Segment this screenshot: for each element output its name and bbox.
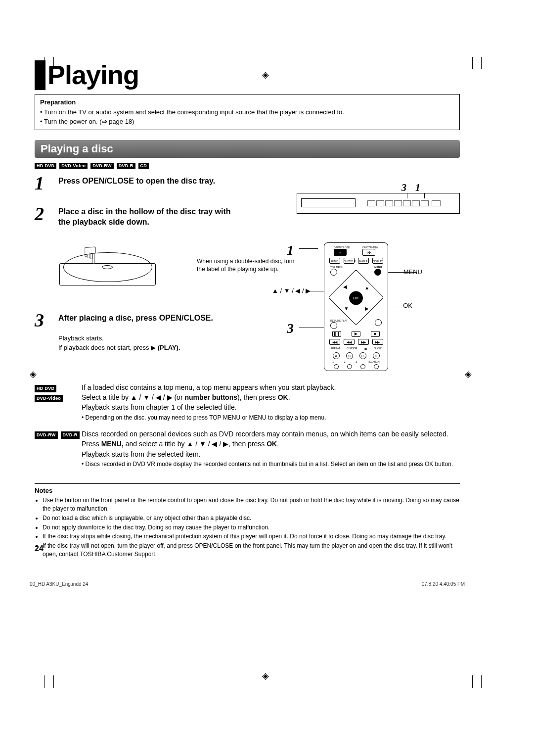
arrow-ref-icon: ⇨ (102, 118, 107, 125)
rm-tsearch (374, 364, 379, 369)
info1-l2a: Select a title by ▲ / ▼ / ◀ / ▶ (or (82, 393, 184, 401)
page-title: Playing (35, 59, 460, 90)
prep-bullet-2b: page 18) (107, 118, 134, 125)
note-4: If the disc tray stops while closing, th… (43, 532, 460, 541)
page-number: 24 (35, 544, 44, 553)
rm-resume (330, 322, 337, 329)
footer-right: 07.8.20 4:40:05 PM (422, 581, 465, 587)
rm-open-button: ▲ (334, 249, 347, 256)
rm-b: B (346, 352, 353, 359)
info2-line1: Discs recorded on personal devices such … (82, 429, 460, 439)
rm-angle: ANGLE (358, 258, 369, 264)
rm-num3 (360, 364, 365, 369)
rm-num2 (347, 364, 352, 369)
step-2-note: When using a double-sided disc, turn the… (197, 257, 296, 273)
rm-menu (374, 269, 381, 276)
remote-callout-3: 3 (287, 321, 294, 336)
step-3-sub2b: (PLAY). (156, 344, 180, 351)
rm-repeat-label: REPEAT (330, 347, 340, 350)
info1-l2c: ), then press (237, 393, 278, 401)
step-3-sub: Playback starts. If playback does not st… (58, 333, 460, 353)
rm-slow-label: SLOW (374, 347, 382, 350)
rm-cursor-label: CURSOR (347, 347, 357, 350)
step-text-1: Press OPEN/CLOSE to open the disc tray. (58, 174, 215, 192)
rm-tsearch-label: T.SEARCH (367, 360, 380, 363)
rm-pause: ❚❚ (332, 331, 341, 337)
info1-l2d: OK (278, 393, 288, 401)
rm-topmenu (330, 269, 337, 276)
hand-icon: ☟ (83, 241, 97, 269)
rm-audio: AUDIO (329, 258, 340, 264)
rm-topmenu-label: TOP MENU (330, 266, 343, 269)
badge-hddvd: HD DVD (35, 163, 56, 169)
rm-d: D (373, 352, 380, 359)
note-3: Do not apply downforce to the disc tray.… (43, 523, 460, 532)
remote-illustration: 1 3 MENU ▲ / ▼ / ◀ / ▶ OK OPEN/CLOSE ▲ O… (316, 242, 396, 371)
divider (35, 483, 460, 484)
callout-3: 3 (401, 182, 406, 193)
rm-num1 (334, 364, 339, 369)
rm-dpad: OK ▲ ▼ ◀ ▶ (328, 269, 384, 325)
preparation-heading: Preparation (40, 97, 454, 107)
info2-badge-dvdr: DVD-R (61, 431, 80, 439)
badge-dvdr: DVD-R (117, 163, 135, 169)
step-number-3: 3 (35, 311, 54, 330)
rm-a: A (333, 352, 340, 359)
step-number-2: 2 (35, 204, 54, 228)
rm-rew: ◀◀ (344, 339, 355, 345)
info2-l2c: and select a title by ▲ / ▼ / ◀ / ▶, the… (124, 440, 267, 448)
player-front-illustration: 3 1 (297, 193, 460, 218)
rm-play: ▶ (352, 331, 360, 337)
badge-dvdrw: DVD-RW (90, 163, 114, 169)
rm-ok: OK (349, 291, 363, 305)
register-mark-icon: ◈ (262, 670, 269, 681)
rm-subtitle: SUBTITLE (344, 258, 355, 264)
rm-ff: ▶▶ (358, 339, 369, 345)
format-badges: HD DVD DVD-Video DVD-RW DVD-R CD (35, 161, 460, 169)
rm-resume-label: RESUME PLAY (330, 319, 348, 322)
info1-line3: Playback starts from chapter 1 of the se… (82, 402, 460, 412)
rm-standby-button: |/⏻ (362, 249, 375, 256)
notes-list: Use the button on the front panel or the… (35, 496, 460, 559)
info1-l2e: . (288, 393, 290, 401)
info2-line3: Playback starts from the selected item. (82, 449, 460, 459)
step-number-1: 1 (35, 174, 54, 192)
info-blocks: HD DVD DVD-Video If a loaded disc contai… (35, 382, 460, 469)
disc-insert-illustration: ☟ When using a double-sided disc, turn t… (58, 233, 157, 302)
footer-left: 00_HD A3KU_Eng.indd 24 (30, 581, 88, 587)
remote-label-arrows: ▲ / ▼ / ◀ / ▶ (272, 287, 311, 294)
info1-l2b: number buttons (184, 393, 237, 401)
info2-l2e: . (277, 440, 279, 448)
remote-callout-1: 1 (287, 242, 294, 258)
rm-display: DISPLAY (372, 258, 383, 264)
preparation-box: Preparation • Turn on the TV or audio sy… (35, 94, 460, 130)
info2-l2a: Press (82, 440, 101, 448)
play-icon: ▶ (151, 343, 156, 353)
info2-badge-dvdrw: DVD-RW (35, 431, 58, 439)
rm-menu-label: MENU (374, 266, 382, 269)
prep-bullet-2a: Turn the power on. ( (44, 118, 102, 125)
info2-l2d: OK (267, 440, 277, 448)
info1-badge-hddvd: HD DVD (35, 385, 56, 392)
step-3-sub2a: If playback does not start, press (58, 344, 151, 351)
note-1: Use the button on the front panel or the… (43, 496, 460, 513)
info1-badge-dvdvideo: DVD-Video (35, 395, 63, 402)
register-mark-icon: ◈ (465, 369, 472, 379)
step-3-sub1: Playback starts. (58, 333, 460, 343)
section-heading: Playing a disc (35, 140, 460, 158)
notes-heading: Notes (35, 487, 460, 494)
step-text-2: Place a disc in the hollow of the disc t… (58, 204, 236, 228)
rm-skip-fwd: ▶▶| (372, 339, 383, 345)
rm-stop: ■ (371, 331, 380, 337)
info2-l2b: MENU, (101, 440, 124, 448)
badge-cd: CD (138, 163, 149, 169)
title-text: Playing (47, 59, 139, 90)
info2-sub: Discs recorded in DVD VR mode display th… (86, 461, 453, 468)
note-5: If the disc tray will not open, turn the… (43, 542, 460, 559)
rm-standby-label: ON/STANDBY (362, 246, 378, 249)
step-3: 3 After placing a disc, press OPEN/CLOSE… (35, 311, 460, 330)
rm-c: C (359, 352, 366, 359)
rm-skip-back: |◀◀ (329, 339, 340, 345)
badge-dvdvideo: DVD-Video (59, 163, 88, 169)
rm-return (375, 319, 382, 326)
